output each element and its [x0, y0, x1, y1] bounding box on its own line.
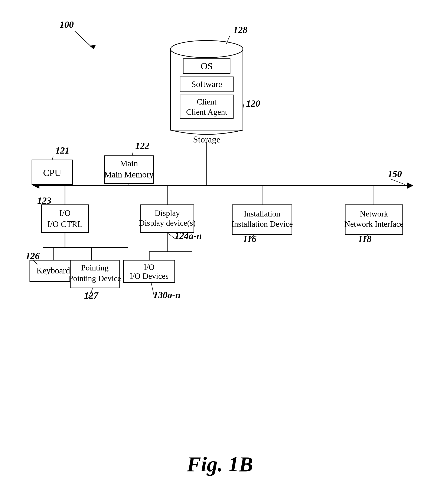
- svg-line-14: [52, 156, 53, 160]
- svg-point-3: [170, 41, 243, 58]
- ref-126-label: 126: [26, 251, 40, 261]
- installation-device-label2: Installation Device: [231, 219, 293, 229]
- ref-116-label: 116: [243, 234, 257, 244]
- client-agent-label2: Client Agent: [186, 107, 227, 116]
- software-label: Software: [191, 79, 222, 89]
- figure-label: Fig. 1B: [186, 452, 253, 476]
- svg-marker-11: [407, 182, 413, 189]
- diagram: 100 128 OS Software Client Client Agent …: [0, 0, 440, 504]
- client-agent-label: Client: [197, 97, 217, 106]
- ref-124an-label: 124a-n: [175, 230, 202, 241]
- ref-127-label: 127: [84, 290, 99, 301]
- keyboard-label: Keyboard: [36, 266, 70, 275]
- os-label: OS: [201, 61, 213, 72]
- ref-150-label: 150: [388, 169, 402, 179]
- svg-line-24: [168, 233, 175, 238]
- installation-device-label: Installation: [244, 209, 280, 218]
- display-devices-label: Display: [155, 209, 180, 217]
- ref-120-label: 120: [246, 98, 260, 109]
- main-memory-label2: Main Memory: [104, 170, 154, 179]
- pointing-device-label: Pointing: [81, 263, 109, 272]
- ref-130an-label: 130a-n: [153, 290, 180, 300]
- ref-128-label: 128: [233, 25, 248, 35]
- cpu-label: CPU: [43, 168, 61, 178]
- io-ctrl-label: I/O: [59, 208, 70, 218]
- io-devices-label: I/O: [144, 262, 155, 272]
- svg-line-17: [132, 151, 133, 156]
- network-interface-label: Network: [360, 209, 388, 218]
- ref-123-label: 123: [37, 195, 51, 206]
- svg-line-12: [390, 179, 405, 185]
- ref-122-label: 122: [135, 141, 149, 151]
- ref-100-label: 100: [60, 19, 74, 30]
- ref-121-label: 121: [55, 145, 69, 156]
- main-memory-label: Main: [120, 159, 138, 168]
- io-devices-label2: I/O Devices: [130, 272, 169, 280]
- pointing-device-label2: Pointing Device: [69, 274, 121, 283]
- network-interface-label2: Network Interface: [344, 219, 403, 229]
- io-ctrl-label2: I/O CTRL: [47, 219, 83, 229]
- display-devices-label2: Display device(s): [139, 218, 196, 228]
